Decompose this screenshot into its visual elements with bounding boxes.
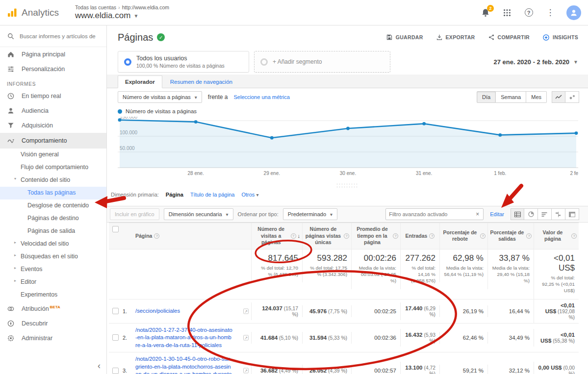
page-link[interactable]: /seccion/policiales bbox=[135, 307, 180, 315]
sidebar-item-discover[interactable]: Descubrir bbox=[0, 316, 106, 331]
breadcrumb-accounts[interactable]: Todas las cuentas bbox=[75, 4, 116, 10]
sidebar-item-all-pages[interactable]: Todas las páginas bbox=[0, 187, 106, 199]
pivot-view-button[interactable] bbox=[565, 208, 579, 220]
add-segment-button[interactable]: + Añadir segmento bbox=[254, 51, 390, 73]
external-link-icon[interactable]: ↗ bbox=[243, 308, 249, 314]
notifications-button[interactable]: 2 bbox=[480, 7, 491, 18]
help-icon[interactable]: ? bbox=[429, 233, 435, 239]
tab-explorer[interactable]: Explorador bbox=[118, 75, 162, 88]
granularity-month-button[interactable]: Mes bbox=[526, 91, 547, 103]
help-icon[interactable]: ? bbox=[480, 233, 486, 239]
column-header-pageviews[interactable]: Número de visitas a páginas?↓ bbox=[251, 223, 302, 249]
sidebar-item-site-search[interactable]: ▸ Búsquedas en el sitio bbox=[0, 250, 106, 263]
column-header-exit-rate[interactable]: Porcentaje de salidas? bbox=[487, 223, 534, 249]
account-selector[interactable]: www.eldia.com ▼ bbox=[75, 11, 169, 21]
line-chart-view-button[interactable] bbox=[552, 91, 565, 103]
sidebar-item-landing-pages[interactable]: Páginas de destino bbox=[0, 212, 106, 225]
secondary-dimension-dropdown[interactable]: Dimensión secundaria ▾ bbox=[164, 208, 233, 220]
dimension-page-title-link[interactable]: Título de la página bbox=[190, 192, 235, 198]
entrances-cell: 17.440(6,29 %) bbox=[400, 302, 439, 320]
help-icon[interactable]: ? bbox=[571, 233, 577, 239]
sidebar-item-acquisition[interactable]: Adquisición bbox=[0, 118, 106, 133]
page-link[interactable]: /nota/2020-1-30-10-45-0-otro-robo-sangri… bbox=[135, 355, 232, 374]
close-icon[interactable]: × bbox=[475, 211, 480, 218]
select-metric-link[interactable]: Seleccione una métrica bbox=[234, 94, 290, 100]
help-button[interactable]: ? bbox=[523, 7, 534, 18]
granularity-day-button[interactable]: Día bbox=[477, 91, 496, 103]
page-link[interactable]: /nota/2020-1-27-2-37-40-otro-asesinato-e… bbox=[135, 326, 232, 349]
more-options-button[interactable]: ⋮ bbox=[545, 7, 556, 18]
edit-filter-link[interactable]: Editar bbox=[490, 211, 504, 217]
external-link-icon[interactable]: ↗ bbox=[243, 368, 249, 374]
sidebar-search[interactable] bbox=[0, 25, 106, 47]
sidebar-item-label: Descubrir bbox=[22, 320, 48, 327]
sidebar-item-site-speed[interactable]: ▸ Velocidad del sitio bbox=[0, 238, 106, 250]
performance-view-button[interactable] bbox=[538, 208, 552, 220]
sidebar-item-events[interactable]: ▸ Eventos bbox=[0, 263, 106, 276]
caret-down-icon: ▾ bbox=[195, 95, 197, 100]
sidebar-item-content-drilldown[interactable]: Desglose de contenido bbox=[0, 199, 106, 212]
sidebar-item-label: En tiempo real bbox=[22, 93, 61, 100]
export-button[interactable]: EXPORTAR bbox=[436, 34, 475, 41]
sidebar-item-editor[interactable]: ▸ Editor bbox=[0, 276, 106, 289]
help-icon[interactable]: ? bbox=[526, 233, 532, 239]
sidebar-item-site-content[interactable]: ▾ Contenido del sitio bbox=[0, 174, 106, 187]
search-icon bbox=[7, 32, 15, 40]
metric-selector-dropdown[interactable]: Número de visitas a páginas ▾ bbox=[118, 91, 202, 103]
column-header-unique-pageviews[interactable]: Número de páginas vistas únicas? bbox=[302, 223, 351, 249]
sidebar-item-realtime[interactable]: En tiempo real bbox=[0, 89, 106, 103]
apps-grid-button[interactable] bbox=[502, 7, 512, 18]
date-range-selector[interactable]: 27 ene. 2020 - 2 feb. 2020 ▼ bbox=[493, 58, 578, 66]
sidebar-item-exit-pages[interactable]: Páginas de salida bbox=[0, 225, 106, 238]
column-header-page[interactable]: Página? bbox=[133, 223, 251, 249]
column-header-entrances[interactable]: Entradas? bbox=[400, 223, 439, 249]
percentage-view-button[interactable] bbox=[524, 208, 538, 220]
row-checkbox[interactable] bbox=[112, 334, 119, 341]
breadcrumb[interactable]: Todas las cuentas › http://www.eldia.com bbox=[75, 4, 169, 10]
tab-navigation-summary[interactable]: Resumen de navegación bbox=[162, 76, 240, 88]
save-button[interactable]: GUARDAR bbox=[386, 34, 423, 41]
comparison-view-button[interactable] bbox=[552, 208, 565, 220]
segment-card-all-users[interactable]: Todos los usuarios 100,00 % Número de vi… bbox=[118, 51, 249, 73]
granularity-week-button[interactable]: Semana bbox=[496, 91, 526, 103]
caret-down-icon: ▾ bbox=[330, 212, 332, 217]
help-icon[interactable]: ? bbox=[291, 233, 296, 239]
column-header-page-value[interactable]: Valor de página? bbox=[534, 223, 579, 249]
dimension-others-dropdown[interactable]: Otros ▾ bbox=[241, 192, 258, 198]
sidebar-item-behavior[interactable]: Comportamiento bbox=[0, 133, 106, 149]
help-icon[interactable]: ? bbox=[344, 233, 349, 239]
insights-button[interactable]: INSIGHTS bbox=[542, 34, 578, 41]
row-checkbox[interactable] bbox=[112, 308, 119, 314]
column-header-avg-time[interactable]: Promedio de tiempo en la página? bbox=[351, 223, 400, 249]
chart-range-handle[interactable]: ·················· bbox=[107, 182, 588, 188]
external-link-icon[interactable]: ↗ bbox=[243, 335, 249, 340]
motion-chart-view-button[interactable] bbox=[565, 91, 579, 103]
breadcrumb-property[interactable]: http://www.eldia.com bbox=[122, 4, 169, 10]
sidebar-collapse-button[interactable]: ‹ bbox=[98, 361, 101, 371]
sidebar-item-behavior-overview[interactable]: Visión general bbox=[0, 149, 106, 161]
avatar[interactable] bbox=[566, 5, 581, 20]
sidebar-item-customization[interactable]: Personalización bbox=[0, 62, 106, 76]
help-icon[interactable]: ? bbox=[393, 233, 398, 239]
report-tabs: Explorador Resumen de navegación bbox=[107, 75, 588, 88]
data-table-view-button[interactable] bbox=[511, 208, 524, 220]
select-all-checkbox[interactable] bbox=[112, 226, 119, 232]
column-header-bounce-rate[interactable]: Porcentaje de rebote? bbox=[439, 223, 487, 249]
sidebar-item-home[interactable]: Página principal bbox=[0, 47, 106, 62]
dimension-page[interactable]: Página bbox=[166, 192, 183, 198]
row-checkbox[interactable] bbox=[112, 368, 119, 374]
sidebar-item-admin[interactable]: Administrar bbox=[0, 331, 106, 346]
sidebar-item-experiments[interactable]: Experimentos bbox=[0, 289, 106, 301]
sidebar-item-attribution[interactable]: AtribuciónBETA bbox=[0, 301, 106, 316]
sort-type-dropdown[interactable]: Predeterminado ▾ bbox=[283, 208, 337, 220]
sidebar-item-behavior-flow[interactable]: Flujo del comportamiento bbox=[0, 161, 106, 174]
search-input[interactable] bbox=[20, 33, 98, 39]
download-icon bbox=[436, 34, 443, 41]
help-icon[interactable]: ? bbox=[154, 233, 159, 239]
sidebar-item-label: Comportamiento bbox=[22, 137, 67, 144]
advanced-filter-box[interactable]: Filtro avanzado activado × bbox=[385, 208, 484, 220]
share-button[interactable]: COMPARTIR bbox=[488, 34, 530, 41]
caret-down-icon: ▾ bbox=[226, 212, 229, 217]
plot-rows-button[interactable]: Incluir en gráfico bbox=[110, 208, 159, 220]
sidebar-item-audience[interactable]: Audiencia bbox=[0, 103, 106, 118]
